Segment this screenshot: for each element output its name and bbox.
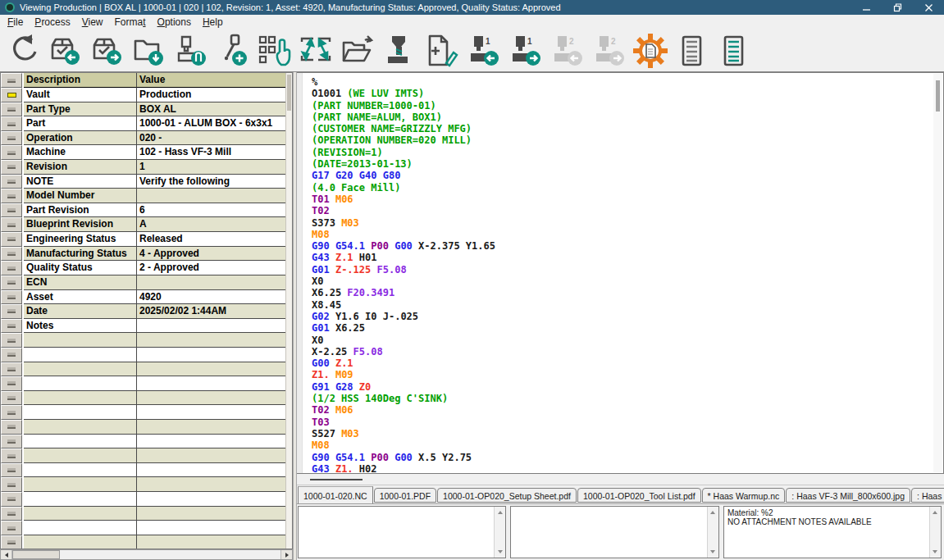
note-vertical-scrollbar[interactable] [929, 507, 941, 558]
row-selector-button[interactable] [1, 88, 22, 102]
properties-vertical-scrollbar[interactable] [285, 73, 292, 549]
property-row[interactable] [1, 405, 290, 420]
settings-document-icon[interactable] [629, 31, 671, 71]
row-selector-button[interactable] [1, 376, 22, 391]
property-row[interactable] [1, 348, 290, 362]
row-selector-button[interactable] [1, 521, 22, 535]
folder-download-icon[interactable] [127, 31, 169, 71]
property-row[interactable]: Part Revision6 [1, 203, 290, 218]
machine2-receive-icon[interactable]: 2 [545, 31, 587, 71]
scroll-up-arrow-icon[interactable] [708, 508, 718, 517]
property-row[interactable]: NOTEVerify the following [1, 175, 290, 189]
row-selector-button[interactable] [1, 362, 22, 377]
row-selector-button[interactable] [1, 448, 22, 463]
scrollbar-thumb[interactable] [310, 479, 363, 480]
file-tab[interactable]: 1000-01-020.NC [298, 486, 373, 503]
column-header-value[interactable]: Value [137, 73, 290, 88]
property-row[interactable]: Manufacturing Status4 - Approved [1, 247, 290, 262]
editor-vertical-scrollbar[interactable] [933, 74, 942, 472]
row-selector-header[interactable] [1, 73, 22, 88]
pick-list-hand-icon[interactable] [253, 31, 294, 71]
file-tab[interactable]: 1000-01-OP020_Tool List.pdf [577, 488, 701, 503]
machine-select-icon[interactable] [169, 31, 211, 71]
row-selector-button[interactable] [1, 348, 22, 362]
property-row[interactable] [1, 448, 290, 463]
property-row[interactable] [1, 376, 290, 391]
property-row[interactable]: VaultProduction [1, 88, 290, 102]
scroll-up-arrow-icon[interactable] [930, 508, 941, 517]
row-selector-button[interactable] [1, 261, 22, 275]
row-selector-button[interactable] [1, 290, 22, 305]
restore-button[interactable] [882, 0, 913, 15]
property-row[interactable]: Operation020 - [1, 131, 290, 146]
vault-check-out-icon[interactable] [43, 31, 85, 71]
row-selector-button[interactable] [1, 391, 22, 406]
property-row[interactable] [1, 391, 290, 406]
property-row[interactable]: Machine102 - Hass VF-3 Mill [1, 145, 290, 160]
vault-check-in-icon[interactable] [85, 31, 127, 71]
row-selector-button[interactable] [1, 477, 22, 492]
row-selector-button[interactable] [1, 535, 22, 549]
scrollbar-track[interactable] [12, 550, 280, 559]
row-selector-button[interactable] [1, 492, 22, 507]
dnc-list-teal-icon[interactable] [713, 31, 755, 71]
file-tab[interactable]: 1000-01-OP020_Setup Sheet.pdf [437, 488, 577, 503]
property-row[interactable]: ECN [1, 275, 290, 290]
spindle-tool-icon[interactable] [378, 31, 420, 71]
property-row[interactable]: Blueprint RevisionA [1, 217, 290, 232]
scroll-down-arrow-icon[interactable] [495, 547, 505, 557]
property-row[interactable] [1, 362, 290, 377]
row-selector-button[interactable] [1, 217, 22, 232]
undo-icon[interactable] [2, 31, 43, 71]
app-icon[interactable] [5, 2, 15, 12]
close-button[interactable] [913, 0, 944, 15]
scrollbar-thumb[interactable] [287, 75, 291, 111]
menu-view[interactable]: View [76, 16, 109, 30]
gcode-editor[interactable]: %O1001 (WE LUV IMTS)(PART NUMBER=1000-01… [297, 72, 944, 474]
machine2-send-icon[interactable]: 2 [587, 31, 629, 71]
menu-format[interactable]: Format [109, 16, 152, 30]
scroll-up-arrow-icon[interactable] [495, 508, 505, 517]
property-row[interactable] [1, 535, 290, 549]
note-panel[interactable] [510, 506, 718, 558]
property-row[interactable] [1, 435, 290, 449]
row-selector-button[interactable] [1, 116, 22, 131]
property-row[interactable] [1, 477, 290, 492]
scroll-left-arrow-icon[interactable] [1, 550, 12, 559]
property-row[interactable] [1, 507, 290, 521]
row-selector-button[interactable] [1, 435, 22, 449]
note-panel[interactable]: Material: %2NO ATTACHMENT NOTES AVAILABL… [723, 506, 942, 558]
property-row[interactable]: Date2025/02/02 1:44AM [1, 304, 290, 319]
property-row[interactable]: Engineering StatusReleased [1, 232, 290, 247]
note-vertical-scrollbar[interactable] [494, 507, 505, 558]
property-row[interactable] [1, 463, 290, 478]
row-selector-button[interactable] [1, 160, 22, 175]
note-panel[interactable] [298, 506, 506, 558]
row-selector-button[interactable] [1, 175, 22, 189]
row-selector-button[interactable] [1, 507, 22, 521]
file-tab[interactable]: 1000-01.PDF [374, 488, 436, 503]
machine1-receive-icon[interactable]: 1 [462, 31, 504, 71]
file-tab[interactable]: * Haas Warmup.nc [702, 488, 786, 503]
property-row[interactable]: Asset4920 [1, 290, 290, 305]
scroll-right-arrow-icon[interactable] [280, 550, 292, 559]
row-selector-button[interactable] [1, 405, 22, 420]
property-row[interactable]: Model Number [1, 189, 290, 203]
file-tab[interactable]: : Haas VF-3 Mill_800x600.jpg [786, 488, 910, 503]
property-row[interactable]: Notes [1, 319, 290, 334]
row-selector-button[interactable] [1, 203, 22, 218]
menu-process[interactable]: Process [29, 16, 75, 30]
scroll-down-arrow-icon[interactable] [708, 547, 718, 557]
row-selector-button[interactable] [1, 131, 22, 146]
properties-horizontal-scrollbar[interactable] [0, 549, 293, 560]
scrollbar-thumb[interactable] [936, 80, 940, 112]
row-selector-button[interactable] [1, 275, 22, 290]
row-selector-button[interactable] [1, 463, 22, 478]
scroll-down-arrow-icon[interactable] [930, 547, 941, 557]
row-selector-button[interactable] [1, 189, 22, 203]
probe-add-icon[interactable] [211, 31, 253, 71]
property-row[interactable] [1, 420, 290, 435]
menu-help[interactable]: Help [197, 16, 229, 30]
property-row[interactable]: Part1000-01 - ALUM BOX - 6x3x1 [1, 116, 290, 131]
row-selector-button[interactable] [1, 102, 22, 117]
